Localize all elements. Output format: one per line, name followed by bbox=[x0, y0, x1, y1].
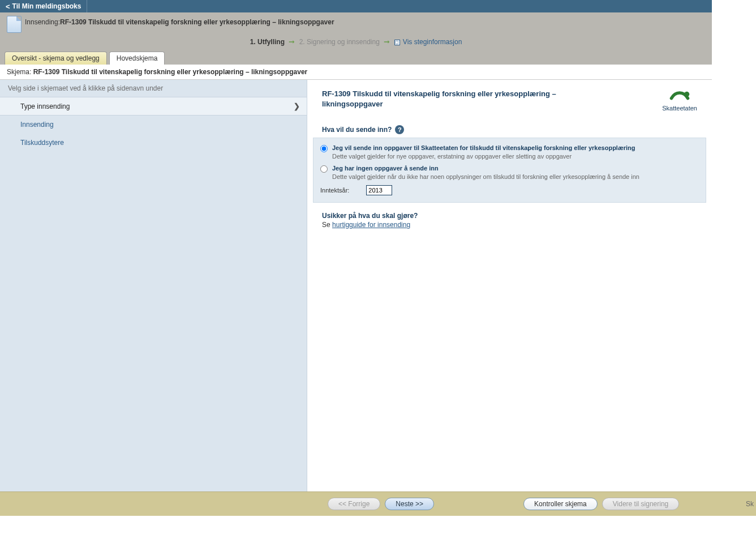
options-panel: Jeg vil sende inn oppgaver til Skatteeta… bbox=[313, 138, 706, 203]
step-indicator: 1. Utfylling ➞ 2. Signering og innsendin… bbox=[0, 33, 712, 52]
help-icon[interactable]: ? bbox=[395, 125, 404, 134]
back-label: Til Min meldingsboks bbox=[12, 2, 81, 10]
expand-toggle-icon[interactable]: ◻ bbox=[394, 40, 400, 45]
radio-ingen-oppgaver-label: Jeg har ingen oppgaver å sende inn bbox=[332, 164, 639, 173]
question-text: Hva vil du sende inn? bbox=[322, 126, 392, 134]
tab-main-form[interactable]: Hovedskjema bbox=[109, 52, 165, 65]
control-form-button[interactable]: Kontroller skjema bbox=[523, 498, 598, 510]
footer-cutoff-text: Sk bbox=[746, 500, 754, 508]
continue-signing-button: Videre til signering bbox=[602, 498, 680, 510]
submission-title: Innsending:RF-1309 Tilskudd til vitenska… bbox=[25, 16, 334, 26]
skatteetaten-icon bbox=[668, 89, 691, 104]
radio-ingen-oppgaver[interactable] bbox=[320, 165, 328, 173]
schema-label: Skjema: bbox=[7, 68, 31, 76]
chevron-right-icon: ❯ bbox=[294, 102, 300, 110]
step2-num: 2. bbox=[299, 38, 305, 46]
form-heading: RF-1309 Tilskudd til vitenskapelig forsk… bbox=[322, 89, 560, 112]
quick-guide-link[interactable]: hurtigguide for innsending bbox=[332, 221, 410, 229]
prev-button: << Forrige bbox=[328, 498, 380, 510]
submission-form-name: RF-1309 Tilskudd til vitenskapelig forsk… bbox=[60, 18, 334, 26]
step2-label: Signering og innsending bbox=[307, 38, 380, 46]
schema-title: RF-1309 Tilskudd til vitenskapelig forsk… bbox=[33, 68, 308, 76]
income-year-input[interactable] bbox=[366, 185, 392, 195]
sidebar-item-type-innsending[interactable]: Type innsending ❯ bbox=[0, 97, 307, 116]
agency-name: Skatteetaten bbox=[662, 105, 697, 112]
radio-send-oppgaver-label: Jeg vil sende inn oppgaver til Skatteeta… bbox=[332, 144, 635, 152]
radio-ingen-oppgaver-desc: Dette valget gjelder når du ikke har noe… bbox=[332, 173, 639, 181]
svg-point-0 bbox=[684, 92, 689, 97]
submission-prefix: Innsending: bbox=[25, 18, 60, 26]
radio-send-oppgaver[interactable] bbox=[320, 145, 328, 152]
sidebar-item-innsending[interactable]: Innsending bbox=[0, 116, 307, 134]
arrow-right-icon: ➞ bbox=[384, 37, 390, 46]
income-year-label: Inntektsår: bbox=[320, 187, 349, 194]
document-icon bbox=[7, 16, 22, 33]
sidebar-item-label: Type innsending bbox=[20, 102, 70, 110]
step1-label: Utfylling bbox=[257, 38, 285, 46]
arrow-right-icon: ➞ bbox=[289, 37, 295, 46]
sidebar-instruction: Velg side i skjemaet ved å klikke på sid… bbox=[0, 80, 307, 97]
footer-bar: << Forrige Neste >> Kontroller skjema Vi… bbox=[0, 491, 756, 516]
chevron-left-icon: < bbox=[6, 2, 10, 11]
unsure-heading: Usikker på hva du skal gjøre? bbox=[307, 203, 712, 221]
back-to-inbox-link[interactable]: < Til Min meldingsboks bbox=[0, 0, 87, 12]
sidebar-item-tilskuddsytere[interactable]: Tilskuddsytere bbox=[0, 134, 307, 152]
step1-num: 1. bbox=[250, 38, 256, 46]
see-prefix: Se bbox=[322, 221, 330, 229]
schema-title-row: Skjema: RF-1309 Tilskudd til vitenskapel… bbox=[0, 65, 712, 80]
next-button[interactable]: Neste >> bbox=[385, 498, 434, 510]
radio-send-oppgaver-desc: Dette valget gjelder for nye oppgaver, e… bbox=[332, 152, 635, 161]
show-step-info-link[interactable]: Vis steginformasjon bbox=[403, 38, 462, 46]
tab-overview[interactable]: Oversikt - skjema og vedlegg bbox=[5, 52, 107, 65]
agency-logo: Skatteetaten bbox=[662, 89, 697, 112]
